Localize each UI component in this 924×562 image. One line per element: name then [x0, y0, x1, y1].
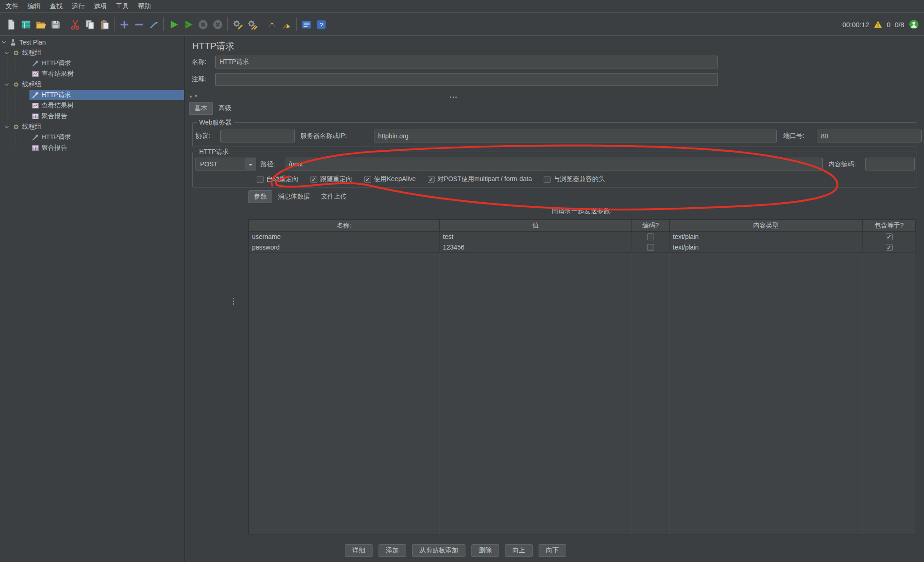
checkbox-icon[interactable] [647, 233, 654, 240]
checkbox-icon[interactable] [886, 233, 893, 240]
menu-run[interactable]: 运行 [68, 0, 89, 12]
clear-button[interactable] [230, 16, 245, 33]
empty-table-area [632, 253, 670, 534]
menu-options[interactable]: 选项 [90, 0, 111, 12]
tab-files-upload[interactable]: 文件上传 [316, 190, 352, 203]
chevron-down-icon[interactable] [1, 40, 7, 45]
content-encoding-input[interactable] [865, 158, 915, 170]
copy-button[interactable] [82, 16, 97, 33]
checkbox-icon[interactable] [886, 244, 893, 251]
search-button[interactable] [264, 16, 279, 33]
name-input[interactable] [215, 56, 718, 68]
save-button[interactable] [48, 16, 63, 33]
menu-edit[interactable]: 编辑 [23, 0, 45, 12]
option-use-keepalive[interactable]: 使用KeepAlive [364, 175, 416, 183]
tree-item-view-results-tree-2[interactable]: 查看结果树 [0, 100, 184, 111]
menu-help[interactable]: 帮助 [134, 0, 155, 12]
tree-item-http-request-2-selected[interactable]: HTTP请求 [0, 90, 184, 100]
move-up-button[interactable]: 向上 [505, 544, 533, 557]
param-row1-include-equals-cell[interactable] [863, 232, 916, 242]
option-multipart-form-data[interactable]: 对POST使用multipart / form-data [428, 175, 532, 183]
toggle-element-button[interactable] [146, 16, 161, 33]
port-input[interactable] [817, 130, 922, 142]
add-from-clipboard-button[interactable]: 从剪贴板添加 [412, 544, 465, 557]
clear-search-button[interactable] [279, 16, 294, 33]
start-button[interactable] [166, 16, 181, 33]
server-name-input[interactable] [374, 130, 777, 142]
checkbox-icon[interactable] [544, 176, 551, 183]
menu-search[interactable]: 查找 [46, 0, 67, 12]
protocol-input[interactable] [220, 130, 295, 142]
menu-tools[interactable]: 工具 [112, 0, 133, 12]
http-request-group-title: HTTP请求 [197, 148, 231, 156]
function-helper-button[interactable] [299, 16, 314, 33]
shutdown-button[interactable] [210, 16, 225, 33]
tab-parameters[interactable]: 参数 [248, 190, 272, 203]
param-row1-value-cell[interactable]: test [440, 232, 632, 242]
option-browser-compatible-headers[interactable]: 与浏览器兼容的头 [544, 175, 605, 183]
chevron-down-icon[interactable] [245, 158, 256, 170]
param-row2-value-cell[interactable]: 123456 [440, 242, 632, 253]
warning-icon[interactable] [873, 20, 883, 29]
new-file-button[interactable] [4, 16, 18, 33]
error-count[interactable]: 0 [887, 21, 890, 28]
help-button[interactable]: ? [314, 16, 328, 33]
add-button[interactable]: 添加 [379, 544, 406, 557]
tree-item-view-results-tree-1[interactable]: 查看结果树 [0, 68, 184, 79]
checkbox-icon[interactable] [364, 176, 371, 183]
checkbox-icon[interactable] [647, 244, 654, 251]
tree-item-test-plan[interactable]: Test Plan [0, 37, 184, 47]
param-row1-name-cell[interactable]: username [249, 232, 440, 242]
test-plan-tree: Test Plan 线程组 HTTP请求 查看结果树 线程组 [0, 36, 184, 562]
param-row2-include-equals-cell[interactable] [863, 242, 916, 253]
path-input[interactable] [285, 158, 823, 170]
tree-item-thread-group-3[interactable]: 线程组 [0, 121, 184, 132]
menu-file[interactable]: 文件 [1, 0, 23, 12]
column-header-content-type[interactable]: 内容类型 [670, 220, 863, 232]
paste-button[interactable] [97, 16, 112, 33]
delete-button[interactable]: 删除 [471, 544, 499, 557]
open-button[interactable] [33, 16, 48, 33]
tree-item-http-request-1[interactable]: HTTP请求 [0, 58, 184, 68]
move-down-button[interactable]: 向下 [539, 544, 566, 557]
param-row2-name-cell[interactable]: password [249, 242, 440, 253]
param-row1-encode-cell[interactable] [632, 232, 670, 242]
splitter-grip-icon[interactable] [450, 97, 457, 98]
tree-item-thread-group-2[interactable]: 线程组 [0, 79, 184, 90]
column-header-name[interactable]: 名称: [249, 220, 440, 232]
tree-item-aggregate-report-2[interactable]: 聚合报告 [0, 142, 184, 153]
column-header-include-equals[interactable]: 包含等于? [863, 220, 916, 232]
param-row1-content-type-cell[interactable]: text/plain [670, 232, 863, 242]
checkbox-icon[interactable] [428, 176, 435, 183]
stop-button[interactable] [195, 16, 210, 33]
shutdown-icon [212, 19, 224, 30]
tree-item-thread-group-1[interactable]: 线程组 [0, 47, 184, 58]
detail-button[interactable]: 详细 [345, 544, 373, 557]
method-select[interactable]: POST [195, 158, 256, 170]
tree-item-aggregate-report-1[interactable]: 聚合报告 [0, 111, 184, 121]
remove-element-button[interactable] [132, 16, 146, 33]
web-server-group: Web服务器 协议: 服务器名称或IP: 端口号: [192, 122, 917, 147]
panel-grip-icon[interactable] [233, 298, 234, 305]
tree-item-http-request-3[interactable]: HTTP请求 [0, 132, 184, 142]
option-follow-redirects-automatically[interactable]: 自动重定向 [257, 175, 298, 183]
checkbox-icon[interactable] [310, 176, 317, 183]
horizontal-splitter[interactable]: ▲▼ [185, 94, 924, 100]
checkbox-icon[interactable] [257, 176, 264, 183]
toolbar-separator [296, 17, 297, 31]
cut-button[interactable] [68, 16, 82, 33]
templates-button[interactable] [18, 16, 33, 33]
param-row2-encode-cell[interactable] [632, 242, 670, 253]
option-follow-redirects[interactable]: 跟随重定向 [310, 175, 352, 183]
param-row2-content-type-cell[interactable]: text/plain [670, 242, 863, 253]
column-header-value[interactable]: 值 [440, 220, 632, 232]
tab-basic[interactable]: 基本 [189, 102, 213, 115]
tab-body-data[interactable]: 消息体数据 [272, 190, 316, 203]
start-no-pauses-button[interactable] [181, 16, 195, 33]
splitter-collapse-icons[interactable]: ▲▼ [189, 94, 199, 98]
clear-all-button[interactable] [245, 16, 259, 33]
tab-advanced[interactable]: 高级 [213, 102, 237, 115]
add-element-button[interactable] [117, 16, 132, 33]
comment-input[interactable] [215, 73, 718, 86]
column-header-encode[interactable]: 编码? [632, 220, 670, 232]
